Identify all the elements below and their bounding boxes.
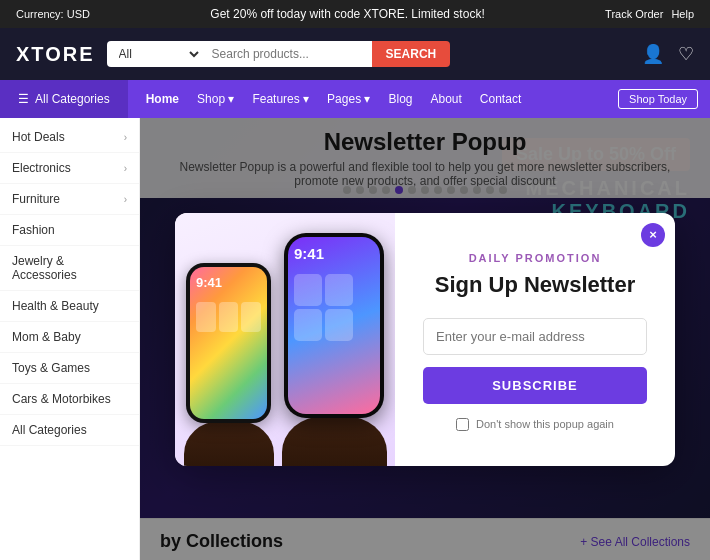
- sidebar-item-mom-baby[interactable]: Mom & Baby: [0, 322, 139, 353]
- sidebar-label: Fashion: [12, 223, 55, 237]
- header-icons: 👤 ♡: [642, 43, 694, 65]
- sidebar-label: Health & Beauty: [12, 299, 99, 313]
- sidebar-item-toys[interactable]: Toys & Games: [0, 353, 139, 384]
- subscribe-button[interactable]: SUBSCRIBE: [423, 367, 647, 404]
- nav-links: Home Shop ▾ Features ▾ Pages ▾ Blog Abou…: [128, 92, 540, 106]
- top-bar-right: Track Order Help: [605, 8, 694, 20]
- sidebar-label: Electronics: [12, 161, 71, 175]
- sidebar-label: Furniture: [12, 192, 60, 206]
- main-layout: Hot Deals › Electronics › Furniture › Fa…: [0, 118, 710, 560]
- user-icon[interactable]: 👤: [642, 43, 664, 65]
- header: XTORE All Electronics Fashion SEARCH 👤 ♡: [0, 28, 710, 80]
- nav-right: Shop Today: [618, 89, 710, 109]
- sidebar-item-hot-deals[interactable]: Hot Deals ›: [0, 122, 139, 153]
- sidebar-label: All Categories: [12, 423, 87, 437]
- dont-show-row: Don't show this popup again: [423, 418, 647, 431]
- sidebar-label: Jewelry & Accessories: [12, 254, 127, 282]
- newsletter-popup: × 9:41: [175, 213, 675, 466]
- sidebar-item-electronics[interactable]: Electronics ›: [0, 153, 139, 184]
- content-area: Sale Up to 50% Off MECHANICAL KEYBOARD /…: [140, 118, 710, 560]
- help-link[interactable]: Help: [671, 8, 694, 20]
- grid-icon: ☰: [18, 92, 29, 106]
- logo: XTORE: [16, 43, 95, 66]
- nav-shop[interactable]: Shop ▾: [197, 92, 234, 106]
- search-input[interactable]: [202, 41, 372, 67]
- chevron-right-icon: ›: [124, 163, 127, 174]
- sidebar-item-fashion[interactable]: Fashion: [0, 215, 139, 246]
- search-button[interactable]: SEARCH: [372, 41, 451, 67]
- search-category-select[interactable]: All Electronics Fashion: [107, 41, 202, 67]
- sidebar-item-cars[interactable]: Cars & Motorbikes: [0, 384, 139, 415]
- currency-selector[interactable]: Currency: USD: [16, 8, 90, 20]
- sidebar-label: Toys & Games: [12, 361, 90, 375]
- popup-title: Sign Up Newsletter: [423, 272, 647, 298]
- popup-overlay: × 9:41: [140, 118, 710, 560]
- nav-features[interactable]: Features ▾: [252, 92, 309, 106]
- sidebar-label: Mom & Baby: [12, 330, 81, 344]
- daily-promo-label: DAILY PROMOTION: [423, 252, 647, 264]
- sidebar-item-health[interactable]: Health & Beauty: [0, 291, 139, 322]
- nav-home[interactable]: Home: [146, 92, 179, 106]
- shop-today-button[interactable]: Shop Today: [618, 89, 698, 109]
- phone-container: 9:41: [184, 233, 387, 466]
- chevron-right-icon: ›: [124, 194, 127, 205]
- email-input[interactable]: [423, 318, 647, 355]
- top-bar-promo: Get 20% off today with code XTORE. Limit…: [90, 7, 605, 21]
- sidebar-item-jewelry[interactable]: Jewelry & Accessories: [0, 246, 139, 291]
- dont-show-checkbox[interactable]: [456, 418, 469, 431]
- all-categories-nav[interactable]: ☰ All Categories: [0, 80, 128, 118]
- sidebar: Hot Deals › Electronics › Furniture › Fa…: [0, 118, 140, 560]
- sidebar-label: Cars & Motorbikes: [12, 392, 111, 406]
- sidebar-item-furniture[interactable]: Furniture ›: [0, 184, 139, 215]
- track-order-link[interactable]: Track Order: [605, 8, 663, 20]
- nav-pages[interactable]: Pages ▾: [327, 92, 370, 106]
- popup-image-area: 9:41: [175, 213, 395, 466]
- nav-contact[interactable]: Contact: [480, 92, 521, 106]
- popup-content: DAILY PROMOTION Sign Up Newsletter SUBSC…: [395, 213, 675, 466]
- categories-label: All Categories: [35, 92, 110, 106]
- sidebar-item-all[interactable]: All Categories: [0, 415, 139, 446]
- nav: ☰ All Categories Home Shop ▾ Features ▾ …: [0, 80, 710, 118]
- sidebar-label: Hot Deals: [12, 130, 65, 144]
- top-bar-left: Currency: USD: [16, 8, 90, 20]
- popup-close-button[interactable]: ×: [641, 223, 665, 247]
- nav-blog[interactable]: Blog: [388, 92, 412, 106]
- search-bar: All Electronics Fashion SEARCH: [107, 41, 447, 67]
- dont-show-label: Don't show this popup again: [476, 418, 614, 430]
- nav-about[interactable]: About: [431, 92, 462, 106]
- top-bar: Currency: USD Get 20% off today with cod…: [0, 0, 710, 28]
- wishlist-icon[interactable]: ♡: [678, 43, 694, 65]
- chevron-right-icon: ›: [124, 132, 127, 143]
